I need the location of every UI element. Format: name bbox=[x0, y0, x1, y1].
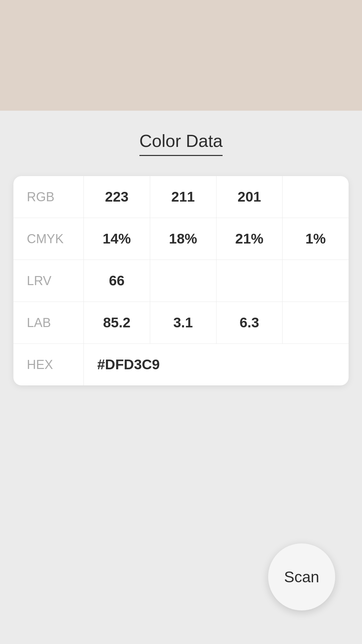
lrv-values: 66 bbox=[84, 260, 349, 302]
hex-values: #DFD3C9 bbox=[84, 344, 349, 385]
rgb-empty-cell bbox=[283, 176, 349, 218]
lab-label: LAB bbox=[13, 302, 84, 343]
lab-b-value: 6.3 bbox=[217, 302, 283, 343]
cmyk-c-value: 14% bbox=[84, 218, 150, 260]
rgb-g-value: 211 bbox=[150, 176, 217, 218]
rgb-label: RGB bbox=[13, 176, 84, 218]
lrv-empty-2 bbox=[217, 260, 283, 302]
lab-l-value: 85.2 bbox=[84, 302, 150, 343]
lrv-value: 66 bbox=[84, 260, 150, 302]
rgb-r-value: 223 bbox=[84, 176, 150, 218]
rgb-row: RGB 223 211 201 bbox=[13, 176, 349, 218]
section-title: Color Data bbox=[139, 131, 223, 156]
lab-empty-cell bbox=[283, 302, 349, 343]
hex-label: HEX bbox=[13, 344, 84, 385]
cmyk-values: 14% 18% 21% 1% bbox=[84, 218, 349, 260]
cmyk-m-value: 18% bbox=[150, 218, 217, 260]
section-title-wrap: Color Data bbox=[13, 131, 349, 156]
hex-value: #DFD3C9 bbox=[84, 344, 349, 385]
cmyk-k-value: 1% bbox=[283, 218, 349, 260]
lab-row: LAB 85.2 3.1 6.3 bbox=[13, 302, 349, 344]
lrv-empty-3 bbox=[283, 260, 349, 302]
lrv-row: LRV 66 bbox=[13, 260, 349, 302]
lrv-empty-1 bbox=[150, 260, 217, 302]
color-data-card: RGB 223 211 201 CMYK 14% 18% 21% 1% bbox=[13, 176, 349, 385]
scan-button[interactable]: Scan bbox=[268, 543, 335, 610]
cmyk-label: CMYK bbox=[13, 218, 84, 260]
rgb-b-value: 201 bbox=[217, 176, 283, 218]
lab-a-value: 3.1 bbox=[150, 302, 217, 343]
lrv-label: LRV bbox=[13, 260, 84, 302]
cmyk-y-value: 21% bbox=[217, 218, 283, 260]
rgb-values: 223 211 201 bbox=[84, 176, 349, 218]
app-container: Color Data RGB 223 211 201 CMYK 14% 18% bbox=[0, 0, 362, 644]
lab-values: 85.2 3.1 6.3 bbox=[84, 302, 349, 343]
bottom-panel: Color Data RGB 223 211 201 CMYK 14% 18% bbox=[0, 111, 362, 644]
color-preview-swatch bbox=[0, 0, 362, 111]
cmyk-row: CMYK 14% 18% 21% 1% bbox=[13, 218, 349, 260]
hex-row: HEX #DFD3C9 bbox=[13, 344, 349, 385]
scan-button-label: Scan bbox=[284, 568, 319, 586]
